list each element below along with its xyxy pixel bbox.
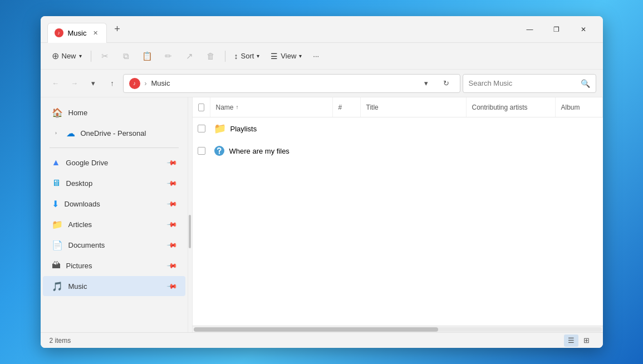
breadcrumb-music-icon: ♪ xyxy=(129,78,140,89)
toolbar-separator-1 xyxy=(91,51,91,62)
view-icon: ☰ xyxy=(271,52,278,61)
maximize-button[interactable]: ❐ xyxy=(544,21,570,38)
sort-button[interactable]: ↕ Sort ▾ xyxy=(230,47,264,66)
new-button[interactable]: ⊕ New ▾ xyxy=(47,47,86,66)
address-chevron-button[interactable]: ▾ xyxy=(419,76,434,91)
sidebar-googledrive-label: Google Drive xyxy=(66,159,108,167)
row-1-name-label: Playlists xyxy=(230,125,257,133)
downloads-icon: ⬇ xyxy=(52,199,59,209)
sidebar-documents-label: Documents xyxy=(68,241,105,249)
file-explorer-window: ♪ Music ✕ + — ❐ ✕ ⊕ New ▾ ✂ ⧉ 📋 ✏ ↗ 🗑 ↕ … xyxy=(41,16,603,348)
sidebar-item-music[interactable]: 🎵 Music 📌 xyxy=(43,276,185,296)
header-title[interactable]: Title xyxy=(361,97,467,117)
window-controls: — ❐ ✕ xyxy=(517,21,596,38)
sort-icon: ↕ xyxy=(234,52,238,61)
copy-button[interactable]: ⧉ xyxy=(117,47,136,66)
header-name[interactable]: Name ↑ xyxy=(210,97,333,117)
view-button-label: View xyxy=(281,52,296,60)
sidebar-item-pictures[interactable]: 🏔 Pictures 📌 xyxy=(43,255,185,276)
sidebar-home-label: Home xyxy=(68,109,88,117)
row-1-checkbox[interactable] xyxy=(198,125,205,132)
sidebar-item-googledrive[interactable]: ▲ Google Drive 📌 xyxy=(43,153,185,173)
downloads-pin-icon: 📌 xyxy=(166,198,178,210)
header-artists[interactable]: Contributing artists xyxy=(467,97,556,117)
desktop-icon: 🖥 xyxy=(52,178,61,188)
forward-button[interactable]: → xyxy=(66,75,83,92)
onedrive-icon: ☁ xyxy=(66,128,75,139)
minimize-button[interactable]: — xyxy=(517,21,543,38)
header-checkbox[interactable] xyxy=(198,104,204,111)
header-album-label: Album xyxy=(561,104,580,111)
titlebar: ♪ Music ✕ + — ❐ ✕ xyxy=(41,16,603,43)
rename-button[interactable]: ✏ xyxy=(159,47,178,66)
sidebar-item-articles[interactable]: 📁 Articles 📌 xyxy=(43,214,185,234)
music-tab[interactable]: ♪ Music ✕ xyxy=(47,23,107,43)
new-tab-button[interactable]: + xyxy=(109,22,125,37)
file-pane: Name ↑ # Title Contributing artists Albu… xyxy=(193,97,603,332)
new-plus-icon: ⊕ xyxy=(52,51,59,61)
sidebar-item-downloads[interactable]: ⬇ Downloads 📌 xyxy=(43,194,185,214)
sidebar-item-onedrive[interactable]: › ☁ OneDrive - Personal xyxy=(43,123,185,143)
articles-pin-icon: 📌 xyxy=(166,219,178,230)
sidebar-music-label: Music xyxy=(68,282,87,291)
more-button[interactable]: ··· xyxy=(308,47,323,66)
up-button[interactable]: ↑ xyxy=(104,75,121,92)
close-button[interactable]: ✕ xyxy=(571,21,596,38)
wamf-icon xyxy=(214,145,225,156)
delete-button[interactable]: 🗑 xyxy=(202,47,220,66)
table-row[interactable]: Where are my files xyxy=(193,140,603,162)
header-artists-label: Contributing artists xyxy=(472,104,528,111)
music-pin-icon: 📌 xyxy=(166,281,178,292)
row-2-name: Where are my files xyxy=(210,145,333,156)
toolbar-separator-2 xyxy=(225,51,225,62)
more-icon: ··· xyxy=(313,52,319,60)
sidebar-item-desktop[interactable]: 🖥 Desktop 📌 xyxy=(43,173,185,193)
header-album[interactable]: Album xyxy=(556,97,603,117)
refresh-button[interactable]: ↻ xyxy=(439,76,454,91)
sidebar-articles-label: Articles xyxy=(68,220,92,229)
paste-button[interactable]: 📋 xyxy=(138,47,157,66)
sort-chevron-icon: ▾ xyxy=(257,53,259,59)
sidebar-onedrive-label: OneDrive - Personal xyxy=(81,129,146,137)
header-title-label: Title xyxy=(366,104,379,111)
sidebar-divider xyxy=(50,147,179,148)
row-1-name: 📁 Playlists xyxy=(210,122,333,135)
horizontal-scrollbar[interactable] xyxy=(193,326,603,332)
addressbar: ← → ▾ ↑ ♪ › Music ▾ ↻ 🔍 xyxy=(41,70,603,97)
cut-button[interactable]: ✂ xyxy=(96,47,115,66)
sidebar-downloads-label: Downloads xyxy=(65,200,100,208)
desktop-pin-icon: 📌 xyxy=(166,178,178,189)
sidebar-item-documents[interactable]: 📄 Documents 📌 xyxy=(43,235,185,255)
list-view-button[interactable]: ☰ xyxy=(564,335,578,347)
tab-area: ♪ Music ✕ + xyxy=(47,16,517,42)
share-button[interactable]: ↗ xyxy=(180,47,199,66)
grid-view-button[interactable]: ⊞ xyxy=(580,335,594,347)
header-num-label: # xyxy=(338,104,342,111)
home-icon: 🏠 xyxy=(52,107,63,118)
search-input[interactable] xyxy=(469,79,577,87)
recent-locations-button[interactable]: ▾ xyxy=(85,75,102,92)
hscrollbar-track xyxy=(194,327,602,332)
documents-pin-icon: 📌 xyxy=(166,239,178,251)
breadcrumb-path: Music xyxy=(151,79,170,87)
row-2-checkbox[interactable] xyxy=(198,147,205,155)
address-box[interactable]: ♪ › Music ▾ ↻ xyxy=(123,74,460,93)
row-2-name-label: Where are my files xyxy=(229,147,289,155)
view-button[interactable]: ☰ View ▾ xyxy=(266,47,306,66)
view-chevron-icon: ▾ xyxy=(299,53,302,59)
onedrive-expand-icon: › xyxy=(52,129,61,137)
sort-arrow-icon: ↑ xyxy=(236,104,239,110)
documents-icon: 📄 xyxy=(52,240,63,250)
search-box[interactable]: 🔍 xyxy=(463,74,596,93)
sidebar-scrollbar[interactable] xyxy=(188,97,193,332)
sidebar-item-home[interactable]: 🏠 Home xyxy=(43,102,185,122)
tab-close-button[interactable]: ✕ xyxy=(91,28,100,37)
back-button[interactable]: ← xyxy=(47,75,64,92)
header-name-label: Name xyxy=(216,104,234,111)
playlists-folder-icon: 📁 xyxy=(214,122,226,135)
header-num[interactable]: # xyxy=(333,97,361,117)
tab-title: Music xyxy=(68,29,87,37)
sidebar: 🏠 Home › ☁ OneDrive - Personal ▲ Google … xyxy=(41,97,188,332)
new-chevron-icon: ▾ xyxy=(79,53,82,59)
table-row[interactable]: 📁 Playlists xyxy=(193,117,603,140)
